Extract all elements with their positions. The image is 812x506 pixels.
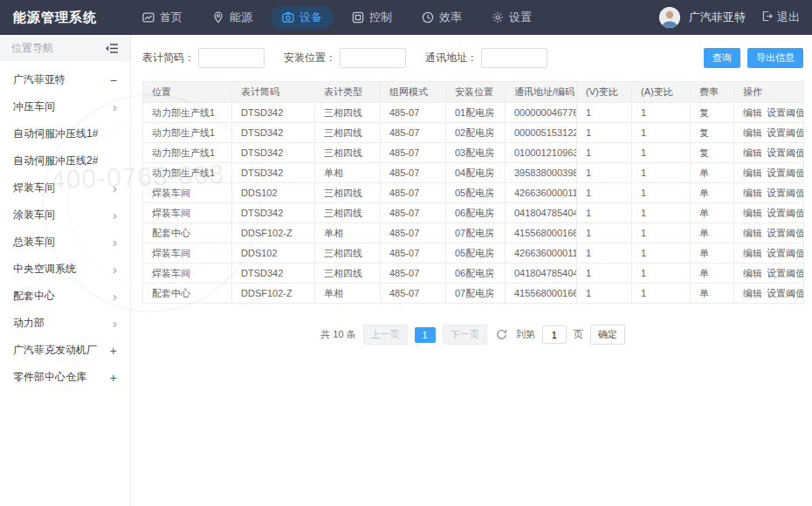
page-unit-label: 页 [574,328,583,341]
comm-address-label: 通讯地址： [425,51,478,65]
set-threshold-link[interactable]: 设置阈值 [767,188,804,198]
sidebar-item-servo-line-2[interactable]: 自动伺服冲压线2# [0,147,130,174]
cell-a-ratio: 1 [632,143,691,163]
set-threshold-link[interactable]: 设置阈值 [767,228,804,238]
total-count: 共 10 条 [320,328,355,341]
filter-comm-address: 通讯地址： [425,48,547,68]
edit-link[interactable]: 编辑 [743,268,762,278]
cell-comm-address: 395838000398 [506,163,577,183]
cell-install-position: 04配电房 [446,163,506,183]
cell-a-ratio: 1 [632,183,691,203]
device-icon [282,11,294,24]
cell-v-ratio: 1 [577,103,632,123]
cell-rate: 单 [691,203,734,223]
pagination: 共 10 条 上一页 1 下一页 到第 页 确定 [142,325,803,345]
cell-meter-type: 单相 [315,284,381,304]
main-panel: 表计简码： 安装位置： 通讯地址： 查询 导出信息 [131,35,812,506]
export-button[interactable]: 导出信息 [747,48,803,68]
content: 位置导航 广汽菲亚特− 冲压车间› 自动伺服冲压线1# 自动伺服冲压线2# 焊装… [0,35,812,506]
edit-link[interactable]: 编辑 [743,188,762,198]
topbar: 能源管理系统 首页 能源 设备 控制 效率 [0,0,812,35]
edit-link[interactable]: 编辑 [743,107,762,118]
nav-item-efficiency[interactable]: 效率 [410,6,473,29]
sidebar-item-engine-plant[interactable]: 广汽菲克发动机厂+ [0,337,130,364]
topbar-right: 广汽菲亚特 退出 [659,7,812,28]
cell-meter-code: DTSD342 [232,203,315,223]
nav-item-settings[interactable]: 设置 [480,6,543,29]
refresh-icon[interactable] [496,329,507,340]
prev-page-button[interactable]: 上一页 [363,325,408,345]
set-threshold-link[interactable]: 设置阈值 [767,107,804,118]
nav-label: 控制 [369,10,392,25]
set-threshold-link[interactable]: 设置阈值 [767,248,804,258]
cell-v-ratio: 1 [577,143,632,163]
table-row: 配套中心 DDSF102-Z 单相 485-07 07配电房 415568000… [143,223,804,243]
nav-item-device[interactable]: 设备 [271,6,334,29]
cell-v-ratio: 1 [577,223,632,243]
set-threshold-link[interactable]: 设置阈值 [767,127,804,138]
header-actions: 操作 [734,82,804,103]
set-threshold-link[interactable]: 设置阈值 [767,268,804,278]
edit-link[interactable]: 编辑 [743,208,762,218]
sidebar-item-painting-workshop[interactable]: 涂装车间› [0,202,130,229]
sidebar-item-assembly-workshop[interactable]: 总装车间› [0,229,130,256]
nav-label: 设置 [509,10,532,25]
nav-item-home[interactable]: 首页 [131,6,194,29]
cell-comm-address: 426636000011 [506,243,577,263]
cell-meter-code: DTSD342 [232,163,315,183]
sidebar-item-stamping-workshop[interactable]: 冲压车间› [0,93,130,120]
table-row: 焊装车间 DDS102 三相四线 485-07 05配电房 4266360000… [143,243,804,263]
logout-button[interactable]: 退出 [761,10,800,25]
chevron-right-icon: › [113,181,117,195]
set-threshold-link[interactable]: 设置阈值 [767,168,804,178]
edit-link[interactable]: 编辑 [743,127,762,138]
edit-link[interactable]: 编辑 [743,248,762,258]
meter-code-input[interactable] [198,48,265,68]
cell-install-position: 02配电房 [446,123,506,143]
cell-network-mode: 485-07 [381,123,446,143]
sidebar-item-servo-line-1[interactable]: 自动伺服冲压线1# [0,120,130,147]
sidebar-item-central-ac[interactable]: 中央空调系统› [0,256,130,283]
cell-a-ratio: 1 [632,123,691,143]
chevron-right-icon: › [113,317,117,330]
set-threshold-link[interactable]: 设置阈值 [767,208,804,218]
edit-link[interactable]: 编辑 [743,168,762,178]
efficiency-clock-icon [422,11,434,24]
cell-rate: 单 [691,243,734,263]
page-1-button[interactable]: 1 [415,327,436,343]
nav-label: 设备 [299,10,322,25]
sidebar-item-support-center[interactable]: 配套中心› [0,283,130,310]
query-button[interactable]: 查询 [704,48,740,68]
edit-link[interactable]: 编辑 [743,228,762,238]
nav-label: 效率 [439,10,462,25]
avatar[interactable] [659,7,680,28]
next-page-button[interactable]: 下一页 [443,325,487,345]
edit-link[interactable]: 编辑 [743,147,762,158]
table-row: 动力部生产线1 DTSD342 三相四线 485-07 01配电房 000000… [143,103,804,123]
set-threshold-link[interactable]: 设置阈值 [767,147,804,158]
cell-install-position: 05配电房 [446,243,506,263]
sidebar-item-welding-workshop[interactable]: 焊装车间› [0,174,130,202]
cell-location: 配套中心 [143,223,232,243]
cell-location: 配套中心 [143,284,232,304]
nav-item-energy[interactable]: 能源 [201,6,264,29]
menu-fold-icon[interactable] [106,43,119,54]
sidebar-item-power-dept[interactable]: 动力部› [0,310,130,337]
set-threshold-link[interactable]: 设置阈值 [767,288,804,298]
sidebar-item-parts-warehouse[interactable]: 零件部中心仓库+ [0,364,130,391]
goto-page-input[interactable] [542,325,567,344]
install-position-input[interactable] [340,48,406,68]
cell-meter-type: 三相四线 [315,103,381,123]
cell-a-ratio: 1 [632,163,691,183]
logout-label: 退出 [777,10,800,25]
cell-rate: 单 [691,284,734,304]
nav-item-control[interactable]: 控制 [341,6,403,29]
confirm-button[interactable]: 确定 [590,325,625,345]
comm-address-input[interactable] [481,48,547,68]
energy-pin-icon [212,11,224,24]
plus-icon: + [110,372,117,384]
sidebar-item-gac-fiat[interactable]: 广汽菲亚特− [0,66,130,93]
chevron-right-icon: › [113,100,117,113]
edit-link[interactable]: 编辑 [743,288,762,298]
cell-a-ratio: 1 [632,223,691,243]
